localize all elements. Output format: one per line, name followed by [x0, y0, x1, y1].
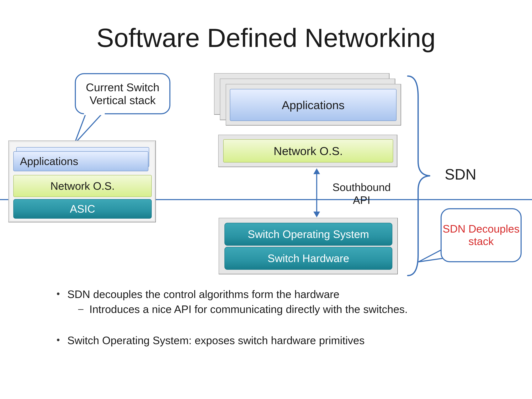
bullet-1: SDN decouples the control algorithms for… — [54, 288, 494, 300]
callout-tail-icon — [74, 109, 107, 145]
applications-box-label: Applications — [20, 155, 78, 167]
slide-canvas: Software Defined Networking Current Swit… — [0, 0, 532, 399]
network-os-panel: Network O.S. — [218, 135, 397, 167]
bullet-1a: Introduces a nice API for communicating … — [54, 303, 494, 316]
asic-box: ASIC — [13, 199, 152, 219]
svg-rect-1 — [84, 111, 105, 115]
svg-marker-3 — [313, 168, 320, 174]
network-os-box-left-label: Network O.S. — [50, 180, 114, 192]
callout-current-stack: Current Switch Vertical stack — [75, 73, 171, 114]
sdn-brace-label: SDN — [445, 166, 476, 183]
switch-hardware-box-label: Switch Hardware — [267, 252, 349, 265]
current-switch-stack: Applications Network O.S. ASIC — [8, 140, 156, 222]
applications-box: Applications — [13, 151, 148, 171]
asic-box-label: ASIC — [70, 203, 95, 215]
callout-sdn-decouples-text: SDN Decouples stack — [442, 223, 520, 248]
bullet-2: Switch Operating System: exposes switch … — [54, 334, 494, 347]
southbound-api-label: Southbound API — [324, 181, 399, 207]
applications-panel: Applications — [214, 73, 401, 126]
switch-os-box: Switch Operating System — [224, 223, 392, 246]
switch-os-box-label: Switch Operating System — [248, 228, 369, 241]
applications-box-right: Applications — [230, 89, 397, 121]
double-arrow-icon — [312, 168, 322, 218]
network-os-box-right-label: Network O.S. — [274, 144, 343, 158]
callout-sdn-decouples: SDN Decouples stack — [441, 208, 522, 262]
switch-hardware-box: Switch Hardware — [224, 247, 392, 270]
slide-title: Software Defined Networking — [0, 23, 532, 53]
svg-marker-0 — [74, 113, 103, 144]
bullet-list: SDN decouples the control algorithms for… — [54, 288, 494, 349]
callout-current-stack-text: Current Switch Vertical stack — [76, 81, 169, 107]
network-os-box-right: Network O.S. — [223, 139, 393, 163]
network-os-box-left: Network O.S. — [13, 175, 152, 197]
applications-box-right-label: Applications — [282, 98, 345, 112]
switch-panel: Switch Operating System Switch Hardware — [219, 218, 398, 274]
svg-marker-4 — [313, 212, 320, 217]
